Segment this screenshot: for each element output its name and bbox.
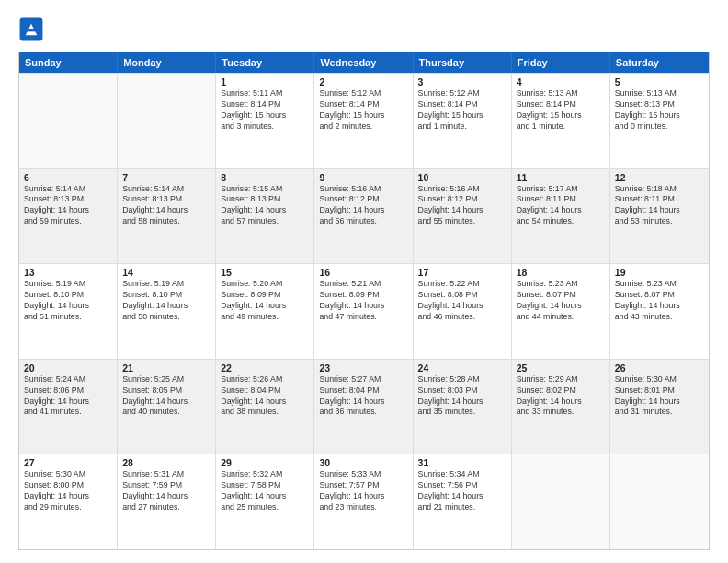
day-number: 17 bbox=[418, 267, 506, 278]
header-day-tuesday: Tuesday bbox=[216, 52, 314, 73]
calendar-cell-23: 23Sunrise: 5:27 AM Sunset: 8:04 PM Dayli… bbox=[314, 360, 413, 454]
cell-info: Sunrise: 5:20 AM Sunset: 8:09 PM Dayligh… bbox=[221, 279, 309, 323]
calendar-cell-empty bbox=[512, 454, 610, 549]
calendar-cell-1: 1Sunrise: 5:11 AM Sunset: 8:14 PM Daylig… bbox=[216, 74, 314, 168]
calendar-body: 1Sunrise: 5:11 AM Sunset: 8:14 PM Daylig… bbox=[19, 73, 709, 549]
cell-info: Sunrise: 5:14 AM Sunset: 8:13 PM Dayligh… bbox=[122, 184, 210, 228]
day-number: 29 bbox=[221, 457, 309, 468]
day-number: 6 bbox=[24, 172, 112, 183]
cell-info: Sunrise: 5:24 AM Sunset: 8:06 PM Dayligh… bbox=[24, 374, 112, 419]
calendar-cell-14: 14Sunrise: 5:19 AM Sunset: 8:10 PM Dayli… bbox=[118, 264, 216, 359]
calendar-cell-17: 17Sunrise: 5:22 AM Sunset: 8:08 PM Dayli… bbox=[414, 264, 512, 359]
calendar-cell-11: 11Sunrise: 5:17 AM Sunset: 8:11 PM Dayli… bbox=[512, 169, 610, 264]
page: SundayMondayTuesdayWednesdayThursdayFrid… bbox=[0, 0, 728, 563]
calendar-cell-30: 30Sunrise: 5:33 AM Sunset: 7:57 PM Dayli… bbox=[314, 454, 413, 549]
calendar-cell-24: 24Sunrise: 5:28 AM Sunset: 8:03 PM Dayli… bbox=[414, 360, 512, 454]
day-number: 10 bbox=[418, 172, 506, 183]
cell-info: Sunrise: 5:25 AM Sunset: 8:05 PM Dayligh… bbox=[122, 374, 210, 419]
logo bbox=[18, 17, 48, 42]
calendar-cell-2: 2Sunrise: 5:12 AM Sunset: 8:14 PM Daylig… bbox=[314, 74, 413, 168]
day-number: 12 bbox=[615, 172, 704, 183]
calendar-row-3: 20Sunrise: 5:24 AM Sunset: 8:06 PM Dayli… bbox=[19, 359, 709, 454]
cell-info: Sunrise: 5:31 AM Sunset: 7:59 PM Dayligh… bbox=[122, 469, 210, 513]
cell-info: Sunrise: 5:34 AM Sunset: 7:56 PM Dayligh… bbox=[418, 469, 506, 513]
header-day-thursday: Thursday bbox=[414, 52, 512, 73]
calendar-cell-16: 16Sunrise: 5:21 AM Sunset: 8:09 PM Dayli… bbox=[314, 264, 413, 359]
cell-info: Sunrise: 5:15 AM Sunset: 8:13 PM Dayligh… bbox=[221, 184, 309, 228]
day-number: 26 bbox=[615, 362, 704, 373]
cell-info: Sunrise: 5:13 AM Sunset: 8:14 PM Dayligh… bbox=[517, 88, 605, 132]
calendar-cell-20: 20Sunrise: 5:24 AM Sunset: 8:06 PM Dayli… bbox=[19, 360, 118, 454]
cell-info: Sunrise: 5:30 AM Sunset: 8:00 PM Dayligh… bbox=[24, 469, 112, 513]
cell-info: Sunrise: 5:26 AM Sunset: 8:04 PM Dayligh… bbox=[221, 374, 309, 419]
calendar-cell-15: 15Sunrise: 5:20 AM Sunset: 8:09 PM Dayli… bbox=[216, 264, 314, 359]
calendar-cell-empty bbox=[118, 74, 216, 168]
calendar-cell-27: 27Sunrise: 5:30 AM Sunset: 8:00 PM Dayli… bbox=[19, 454, 118, 549]
calendar-cell-12: 12Sunrise: 5:18 AM Sunset: 8:11 PM Dayli… bbox=[610, 169, 709, 264]
cell-info: Sunrise: 5:14 AM Sunset: 8:13 PM Dayligh… bbox=[24, 184, 112, 228]
calendar-cell-22: 22Sunrise: 5:26 AM Sunset: 8:04 PM Dayli… bbox=[216, 360, 314, 454]
calendar-row-4: 27Sunrise: 5:30 AM Sunset: 8:00 PM Dayli… bbox=[19, 454, 709, 549]
calendar-cell-7: 7Sunrise: 5:14 AM Sunset: 8:13 PM Daylig… bbox=[118, 169, 216, 264]
header-day-sunday: Sunday bbox=[19, 52, 118, 73]
header-day-saturday: Saturday bbox=[610, 52, 709, 73]
calendar-cell-3: 3Sunrise: 5:12 AM Sunset: 8:14 PM Daylig… bbox=[414, 74, 512, 168]
day-number: 30 bbox=[319, 457, 407, 468]
header bbox=[18, 17, 710, 42]
cell-info: Sunrise: 5:12 AM Sunset: 8:14 PM Dayligh… bbox=[319, 88, 407, 132]
calendar-cell-28: 28Sunrise: 5:31 AM Sunset: 7:59 PM Dayli… bbox=[118, 454, 216, 549]
calendar-cell-31: 31Sunrise: 5:34 AM Sunset: 7:56 PM Dayli… bbox=[414, 454, 512, 549]
cell-info: Sunrise: 5:30 AM Sunset: 8:01 PM Dayligh… bbox=[615, 374, 704, 419]
calendar-cell-25: 25Sunrise: 5:29 AM Sunset: 8:02 PM Dayli… bbox=[512, 360, 610, 454]
day-number: 16 bbox=[319, 267, 407, 278]
day-number: 4 bbox=[517, 76, 605, 87]
day-number: 3 bbox=[418, 76, 506, 87]
svg-rect-2 bbox=[26, 29, 37, 31]
calendar: SundayMondayTuesdayWednesdayThursdayFrid… bbox=[18, 52, 710, 550]
calendar-cell-18: 18Sunrise: 5:23 AM Sunset: 8:07 PM Dayli… bbox=[512, 264, 610, 359]
cell-info: Sunrise: 5:23 AM Sunset: 8:07 PM Dayligh… bbox=[615, 279, 704, 323]
header-day-friday: Friday bbox=[512, 52, 610, 73]
day-number: 14 bbox=[122, 267, 210, 278]
cell-info: Sunrise: 5:19 AM Sunset: 8:10 PM Dayligh… bbox=[122, 279, 210, 323]
calendar-cell-8: 8Sunrise: 5:15 AM Sunset: 8:13 PM Daylig… bbox=[216, 169, 314, 264]
calendar-cell-5: 5Sunrise: 5:13 AM Sunset: 8:13 PM Daylig… bbox=[610, 74, 709, 168]
cell-info: Sunrise: 5:32 AM Sunset: 7:58 PM Dayligh… bbox=[221, 469, 309, 513]
cell-info: Sunrise: 5:29 AM Sunset: 8:02 PM Dayligh… bbox=[517, 374, 605, 419]
cell-info: Sunrise: 5:17 AM Sunset: 8:11 PM Dayligh… bbox=[517, 184, 605, 228]
day-number: 5 bbox=[615, 76, 704, 87]
cell-info: Sunrise: 5:16 AM Sunset: 8:12 PM Dayligh… bbox=[418, 184, 506, 228]
calendar-row-1: 6Sunrise: 5:14 AM Sunset: 8:13 PM Daylig… bbox=[19, 168, 709, 264]
day-number: 15 bbox=[221, 267, 309, 278]
header-day-wednesday: Wednesday bbox=[314, 52, 413, 73]
day-number: 9 bbox=[319, 172, 407, 183]
cell-info: Sunrise: 5:16 AM Sunset: 8:12 PM Dayligh… bbox=[319, 184, 407, 228]
cell-info: Sunrise: 5:19 AM Sunset: 8:10 PM Dayligh… bbox=[24, 279, 112, 323]
calendar-cell-19: 19Sunrise: 5:23 AM Sunset: 8:07 PM Dayli… bbox=[610, 264, 709, 359]
calendar-row-0: 1Sunrise: 5:11 AM Sunset: 8:14 PM Daylig… bbox=[19, 73, 709, 168]
day-number: 13 bbox=[24, 267, 112, 278]
calendar-header: SundayMondayTuesdayWednesdayThursdayFrid… bbox=[19, 52, 709, 73]
day-number: 2 bbox=[319, 76, 407, 87]
calendar-cell-empty bbox=[610, 454, 709, 549]
calendar-cell-13: 13Sunrise: 5:19 AM Sunset: 8:10 PM Dayli… bbox=[19, 264, 118, 359]
cell-info: Sunrise: 5:11 AM Sunset: 8:14 PM Dayligh… bbox=[221, 88, 309, 132]
day-number: 8 bbox=[221, 172, 309, 183]
day-number: 27 bbox=[24, 457, 112, 468]
calendar-cell-29: 29Sunrise: 5:32 AM Sunset: 7:58 PM Dayli… bbox=[216, 454, 314, 549]
logo-icon bbox=[18, 17, 44, 42]
day-number: 1 bbox=[221, 76, 309, 87]
calendar-cell-4: 4Sunrise: 5:13 AM Sunset: 8:14 PM Daylig… bbox=[512, 74, 610, 168]
calendar-cell-10: 10Sunrise: 5:16 AM Sunset: 8:12 PM Dayli… bbox=[414, 169, 512, 264]
day-number: 21 bbox=[122, 362, 210, 373]
header-day-monday: Monday bbox=[118, 52, 216, 73]
calendar-cell-21: 21Sunrise: 5:25 AM Sunset: 8:05 PM Dayli… bbox=[118, 360, 216, 454]
cell-info: Sunrise: 5:33 AM Sunset: 7:57 PM Dayligh… bbox=[319, 469, 407, 513]
day-number: 28 bbox=[122, 457, 210, 468]
calendar-cell-26: 26Sunrise: 5:30 AM Sunset: 8:01 PM Dayli… bbox=[610, 360, 709, 454]
calendar-row-2: 13Sunrise: 5:19 AM Sunset: 8:10 PM Dayli… bbox=[19, 263, 709, 359]
day-number: 18 bbox=[517, 267, 605, 278]
day-number: 31 bbox=[418, 457, 506, 468]
cell-info: Sunrise: 5:12 AM Sunset: 8:14 PM Dayligh… bbox=[418, 88, 506, 132]
day-number: 20 bbox=[24, 362, 112, 373]
